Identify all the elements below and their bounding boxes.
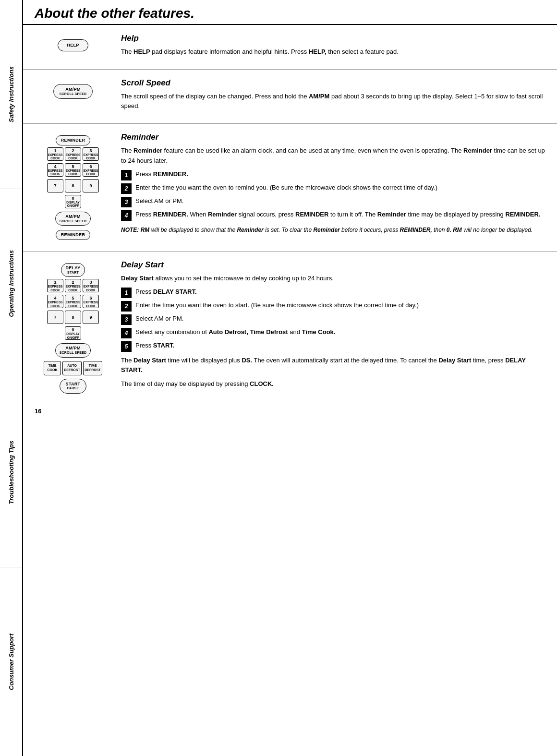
- num4-button[interactable]: 4EXPRESS COOK: [47, 163, 63, 177]
- step-r3-num: 3: [121, 197, 132, 207]
- step-r1: 1 Press REMINDER.: [121, 169, 545, 180]
- help-text: Help The HELP pad displays feature infor…: [121, 34, 545, 60]
- section-help: HELP Help The HELP pad displays feature …: [23, 25, 557, 70]
- reminder-text: Reminder The Reminder feature can be use…: [121, 132, 545, 242]
- sidebar-section-troubleshooting: Troubleshooting Tips: [0, 378, 22, 567]
- step-ds3-text: Select AM or PM.: [135, 314, 183, 324]
- delay-start-post2: The time of day may be displayed by pres…: [121, 379, 545, 389]
- step-r2-num: 2: [121, 183, 132, 194]
- step-ds5: 5 Press START.: [121, 341, 545, 352]
- reminder-keypad: REMINDER 1EXPRESS COOK 2EXPRESS COOK 3EX…: [47, 134, 99, 242]
- step-ds5-num: 5: [121, 341, 132, 352]
- reminder-icon-col: REMINDER 1EXPRESS COOK 2EXPRESS COOK 3EX…: [35, 132, 111, 242]
- scroll-speed-desc: The scroll speed of the display can be c…: [121, 92, 545, 111]
- delay-start-icon-col: DELAY START 1EXPRESS COOK 2EXPRESS COOK …: [35, 260, 111, 396]
- time-defrost-button[interactable]: TIMEDEFROST: [83, 361, 102, 375]
- step-r4-text: Press REMINDER. When Reminder signal occ…: [135, 210, 540, 219]
- num3-button[interactable]: 3EXPRESS COOK: [83, 147, 99, 161]
- sidebar-label-operating: Operating Instructions: [8, 250, 15, 317]
- numpad-row-0: 0DISPLAY ON/OFF: [65, 195, 81, 208]
- num5-button[interactable]: 5EXPRESS COOK: [65, 163, 81, 177]
- num9-button[interactable]: 9: [83, 179, 99, 192]
- ds-ampm-button[interactable]: AM/PM SCROLL SPEED: [55, 343, 91, 357]
- ds-num5-button[interactable]: 5EXPRESS COOK: [65, 295, 81, 308]
- ds-num1-button[interactable]: 1EXPRESS COOK: [47, 279, 63, 292]
- ampm-sub: SCROLL SPEED: [60, 92, 87, 96]
- num1-button[interactable]: 1EXPRESS COOK: [47, 147, 63, 161]
- sidebar-section-operating: Operating Instructions: [0, 189, 22, 378]
- ds-ampm-row: AM/PM SCROLL SPEED: [55, 342, 91, 358]
- ds-num7-button[interactable]: 7: [47, 311, 63, 324]
- ampm-main: AM/PM: [65, 87, 81, 92]
- delay-start-post1: The Delay Start time will be displayed p…: [121, 356, 545, 375]
- ds-num4-button[interactable]: 4EXPRESS COOK: [47, 295, 63, 308]
- main-content: About the other features. HELP Help The …: [23, 0, 557, 756]
- step-r3: 3 Select AM or PM.: [121, 196, 545, 207]
- section-delay-start: DELAY START 1EXPRESS COOK 2EXPRESS COOK …: [23, 252, 557, 405]
- ds-num2-button[interactable]: 2EXPRESS COOK: [65, 279, 81, 292]
- step-ds3-num: 3: [121, 314, 132, 325]
- page-title: About the other features.: [23, 0, 557, 25]
- numpad-row-3: 7 8 9: [47, 179, 99, 192]
- ds-numpad-row-2: 4EXPRESS COOK 5EXPRESS COOK 6EXPRESS COO…: [47, 295, 99, 308]
- step-r1-text: Press REMINDER.: [135, 169, 188, 179]
- num0-button[interactable]: 0DISPLAY ON/OFF: [65, 195, 81, 208]
- ds-numpad-row-0: 0DISPLAY ON/OFF: [65, 326, 81, 340]
- help-button[interactable]: HELP: [58, 39, 88, 51]
- step-ds4-num: 4: [121, 328, 132, 338]
- reminder-top-label: REMINDER: [61, 138, 85, 143]
- step-ds5-text: Press START.: [135, 341, 174, 350]
- cooking-buttons-row: TIMECOOK AUTODEFROST TIMEDEFROST: [44, 361, 102, 375]
- num7-button[interactable]: 7: [47, 179, 63, 192]
- num8-button[interactable]: 8: [65, 179, 81, 192]
- ampm-row: AM/PM SCROLL SPEED: [55, 211, 91, 227]
- delay-start-title: Delay Start: [121, 260, 545, 270]
- step-r4-num: 4: [121, 210, 132, 221]
- step-ds2-num: 2: [121, 301, 132, 312]
- ds-numpad-row-3: 7 8 9: [47, 311, 99, 324]
- ds-num0-button[interactable]: 0DISPLAY ON/OFF: [65, 326, 81, 340]
- step-ds4-text: Select any combination of Auto Defrost, …: [135, 327, 335, 337]
- step-ds4: 4 Select any combination of Auto Defrost…: [121, 327, 545, 338]
- ds-num3-button[interactable]: 3EXPRESS COOK: [83, 279, 99, 292]
- ampm2-button[interactable]: AM/PM SCROLL SPEED: [55, 212, 91, 226]
- ds-num8-button[interactable]: 8: [65, 311, 81, 324]
- scroll-speed-icon-col: AM/PM SCROLL SPEED: [35, 78, 111, 115]
- step-ds2-text: Enter the time you want the oven to star…: [135, 300, 419, 310]
- step-ds2: 2 Enter the time you want the oven to st…: [121, 300, 545, 312]
- page-number: 16: [23, 405, 557, 418]
- ds-numpad-row-1: 1EXPRESS COOK 2EXPRESS COOK 3EXPRESS COO…: [47, 279, 99, 292]
- sidebar-section-safety: Safety Instructions: [0, 0, 22, 189]
- ds-num6-button[interactable]: 6EXPRESS COOK: [83, 295, 99, 308]
- ds-num9-button[interactable]: 9: [83, 311, 99, 324]
- scroll-speed-title: Scroll Speed: [121, 78, 545, 88]
- step-r3-text: Select AM or PM.: [135, 196, 183, 206]
- time-cook-button[interactable]: TIMECOOK: [44, 361, 61, 375]
- num6-button[interactable]: 6EXPRESS COOK: [83, 163, 99, 177]
- step-r1-num: 1: [121, 170, 132, 180]
- start-pause-row: START PAUSE: [60, 378, 87, 395]
- reminder-steps: 1 Press REMINDER. 2 Enter the time you w…: [121, 169, 545, 221]
- step-r2: 2 Enter the time you want the oven to re…: [121, 183, 545, 194]
- reminder-note: NOTE: RM will be displayed to show that …: [121, 226, 545, 234]
- section-reminder: REMINDER 1EXPRESS COOK 2EXPRESS COOK 3EX…: [23, 124, 557, 252]
- reminder-title: Reminder: [121, 132, 545, 142]
- auto-defrost-button[interactable]: AUTODEFROST: [62, 361, 82, 375]
- reminder-top-button[interactable]: REMINDER: [56, 135, 90, 145]
- sidebar-label-consumer: Consumer Support: [8, 634, 15, 690]
- sidebar-label-troubleshooting: Troubleshooting Tips: [8, 441, 15, 504]
- num2-button[interactable]: 2EXPRESS COOK: [65, 147, 81, 161]
- sidebar-section-consumer: Consumer Support: [0, 567, 22, 756]
- delay-start-sub: START: [67, 271, 79, 275]
- reminder-bottom-button[interactable]: REMINDER: [56, 230, 90, 240]
- help-desc: The HELP pad displays feature informatio…: [121, 47, 545, 57]
- step-ds1-text: Press DELAY START.: [135, 287, 197, 297]
- delay-start-button[interactable]: DELAY START: [61, 263, 85, 277]
- reminder-bottom-row: REMINDER: [56, 229, 90, 241]
- reminder-desc: The Reminder feature can be used like an…: [121, 146, 545, 165]
- delay-start-main: DELAY: [65, 265, 80, 271]
- delay-start-keypad: DELAY START 1EXPRESS COOK 2EXPRESS COOK …: [44, 262, 102, 396]
- start-pause-button[interactable]: START PAUSE: [60, 379, 87, 394]
- ampm-button[interactable]: AM/PM SCROLL SPEED: [53, 84, 93, 99]
- sidebar-label-safety: Safety Instructions: [8, 66, 15, 122]
